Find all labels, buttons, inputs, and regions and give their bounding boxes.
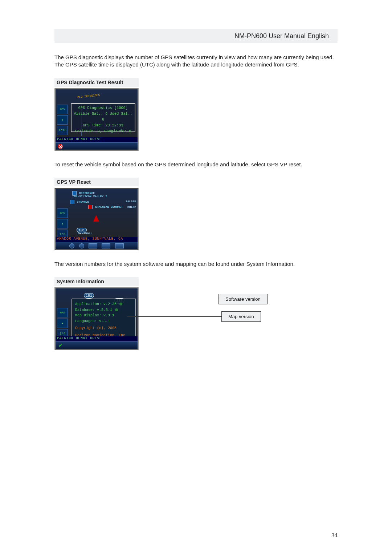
page-number: 34 (331, 532, 338, 539)
left-sidebar: GPS ✦ 1/4 (57, 308, 69, 339)
vehicle-arrow-icon (93, 215, 99, 222)
screenshot-gps-vp-reset: RESIDENCE INN-SILICON VALLEY I CHEVRON A… (54, 188, 139, 250)
left-sidebar: GPS ✦ 1/16 (57, 105, 69, 135)
street-name: PATRICK HENRY DRIVE (57, 336, 102, 340)
diag-latlon: Latitude: 0, Longitude: 0 (74, 129, 132, 134)
toolbar-button[interactable] (115, 243, 124, 248)
callout-leader (127, 299, 219, 299)
sysinfo-copyright-1: Copyright (c), 2005 (75, 325, 132, 331)
sysinfo-application: Application: v.2.35 (75, 301, 132, 307)
caption-gps-diag: GPS Diagnostic Test Result (54, 78, 139, 87)
poi-chevron: CHEVRON (70, 200, 89, 204)
hwy-101: 101 (77, 227, 87, 233)
street-name: PATRICK HENRY DRIVE (57, 137, 102, 141)
sysinfo-map-display: Map Display: v.3.1 (75, 313, 132, 319)
callout-software-version: Software version (219, 294, 268, 304)
gps-button[interactable]: GPS (57, 105, 68, 114)
poi-inn: INN-SILICON VALLEY I (72, 195, 107, 198)
toolbar-button[interactable] (102, 243, 110, 248)
diag-satellites: Visible Sat.: 6 Used Sat.: 6 (74, 111, 132, 123)
poi-icon (70, 200, 74, 204)
screenshot-gps-diagnostic: OLD IRONSIDES GPS ✦ 1/16 GPS Diagnostics… (54, 88, 139, 151)
screenshot-system-info: 101 237 Application: v.2.35 Database: v.… (54, 287, 139, 350)
poi-label: RESIDENCE (79, 191, 95, 195)
caption-system-info: System Information (54, 277, 139, 286)
nav-dpad-button[interactable]: ✦ (57, 219, 68, 228)
sysinfo-line-text: Database: v.5.5.1 (75, 308, 112, 312)
hwy-101: 101 (84, 292, 94, 299)
sysinfo-line-text: Application: v.2.35 (75, 302, 117, 306)
gps-diagnostic-popup: GPS Diagnostics [1000] Visible Sat.: 6 U… (71, 103, 135, 132)
hwy-shield: 101 (77, 228, 87, 233)
bottom-toolbar: ✔ (56, 341, 138, 349)
cancel-icon[interactable] (58, 144, 63, 149)
gps-button[interactable]: GPS (57, 208, 68, 218)
poi-close-icon (88, 205, 93, 209)
header-bar: NM-PN600 User Manual English (54, 29, 338, 43)
check-icon[interactable]: ✔ (58, 343, 63, 348)
poi-armenian: ARMENIAN GOURMET (88, 205, 123, 209)
hwy-shield: 101 (84, 293, 94, 299)
dot-icon (115, 308, 118, 311)
toolbar-button[interactable] (79, 243, 84, 248)
system-info-figure: 101 237 Application: v.2.35 Database: v.… (54, 287, 287, 350)
poi-duane: DUANE (127, 206, 136, 209)
street-name: AMADOR AVENUE, SUNNYVALE, CA (57, 237, 123, 241)
caption-gps-vp-reset: GPS VP Reset (54, 178, 139, 186)
toolbar-button[interactable] (89, 243, 97, 248)
gps-button[interactable]: GPS (57, 308, 68, 317)
system-info-popup: Application: v.2.35 Database: v.5.5.1 Ma… (72, 299, 136, 339)
nav-dpad-button[interactable]: ✦ (57, 115, 68, 125)
header-title: NM-PN600 User Manual English (234, 32, 329, 40)
callout-map-version: Map version (221, 311, 261, 322)
sysinfo-database: Database: v.5.5.1 (75, 307, 132, 313)
nav-dpad-button[interactable]: ✦ (57, 319, 68, 328)
street-bar: PATRICK HENRY DRIVE (56, 336, 138, 341)
callout-leader (127, 316, 221, 317)
dot-icon (119, 303, 122, 305)
paragraph-2: To reset the vehicle symbol based on the… (54, 161, 338, 168)
sysinfo-languages: Languages: v.3.1 (75, 319, 132, 324)
scale-button[interactable]: 1/16 (57, 126, 68, 135)
paragraph-3: The version numbers for the system softw… (54, 260, 338, 268)
poi-label: ARMENIAN GOURMET (95, 205, 123, 208)
poi-balsam: BALSAM (126, 200, 136, 203)
road-label-top: OLD IRONSIDES (77, 93, 100, 98)
street-bar: PATRICK HENRY DRIVE (56, 137, 138, 142)
diag-time: GPS Time: 23:22:33 (74, 123, 132, 129)
poi-label: CHEVRON (77, 200, 89, 203)
left-sidebar: GPS ✦ 1/8 (57, 208, 69, 239)
toolbar-button[interactable] (69, 243, 74, 248)
diag-title: GPS Diagnostics [1000] (74, 105, 132, 111)
bottom-toolbar (56, 142, 138, 150)
bottom-toolbar (56, 242, 138, 249)
poi-label: INN-SILICON VALLEY I (72, 195, 107, 198)
paragraph-1: The GPS diagnostic displays the number o… (54, 54, 338, 69)
street-bar: AMADOR AVENUE, SUNNYVALE, CA (56, 237, 138, 242)
